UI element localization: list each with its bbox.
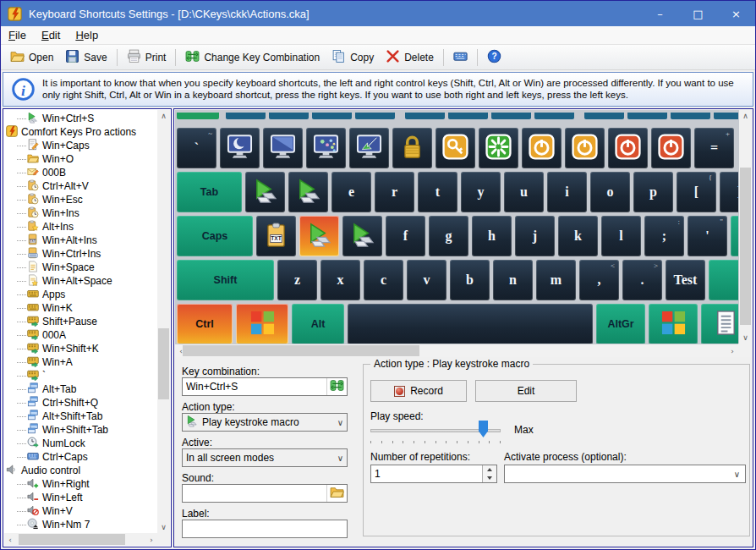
tree-horizontal-scrollbar[interactable]: ‹ › [4,533,157,546]
change-key-combination-button[interactable]: Change Key Combination [179,47,326,69]
key-c[interactable]: c [364,260,403,300]
key-][interactable]: ]} [720,172,738,212]
tree-item-win-left[interactable]: Win+Left [4,491,157,504]
scrollbar-thumb[interactable] [19,534,125,545]
key-clipboard-txt[interactable]: TXT [256,216,296,256]
key-z[interactable]: z [277,260,317,300]
key-blank[interactable] [731,216,738,256]
tree-item-numlock[interactable]: NumLock [4,437,157,450]
key-btn-key[interactable] [436,128,475,168]
key-`[interactable]: `~ [177,128,216,168]
tree-item--[interactable]: ` [4,369,157,382]
tree-item-ctrl-alt-v[interactable]: Ctrl+Alt+V [4,179,157,193]
tree-item-comfort-keys-pro-actions[interactable]: Comfort Keys Pro actions [4,125,157,139]
tree-item-win-shift-tab[interactable]: Win+Shift+Tab [4,423,157,437]
copy-button[interactable]: Copy [326,47,380,69]
tree-item-win-o[interactable]: Win+O [4,152,157,166]
key-k[interactable]: k [558,216,598,256]
key-macro-key[interactable] [342,216,382,256]
tree-item-apps[interactable]: Apps [4,288,157,301]
key-menu-doc[interactable] [701,304,738,344]
key-AltGr[interactable]: AltGr [596,304,645,344]
key-monitor-blue[interactable] [263,128,303,168]
key-win-logo[interactable] [236,304,288,344]
key-g[interactable]: g [429,216,468,256]
menu-help[interactable]: Help [68,26,106,45]
tree-item-win-alt-space[interactable]: Win+Alt+Space [4,274,157,288]
key-t[interactable]: t [418,172,457,212]
scroll-right-arrow[interactable]: › [726,344,738,357]
minimize-button[interactable]: – [641,1,679,26]
edit-button[interactable]: Edit [475,380,577,402]
key-i[interactable]: i [547,172,587,212]
tree-item-alt-ins[interactable]: Alt+Ins [4,220,157,234]
tree-item-win-space[interactable]: Win+Space [4,261,157,274]
key-btn-power-gold[interactable] [522,128,562,168]
print-button[interactable]: Print [121,47,173,69]
key-j[interactable]: j [515,216,555,256]
key-o[interactable]: o [590,172,630,212]
tree-item-ctrl-caps[interactable]: Ctrl+Caps [4,450,157,464]
key-monitor-arrow[interactable] [349,128,389,168]
key-padlock[interactable] [392,128,432,168]
spin-up-button[interactable] [483,465,496,474]
change-key-combination-button[interactable] [326,378,347,395]
key-macro-key[interactable] [288,172,328,212]
menu-file[interactable]: File [1,26,34,45]
tree-item-win-ins[interactable]: Win+Ins [4,206,157,220]
key-Caps[interactable]: Caps [177,216,253,256]
active-select[interactable]: In all screen modes ∨ [182,448,348,467]
key-Ctrl[interactable]: Ctrl [177,304,233,344]
tree-item-000b[interactable]: 000B [4,166,157,179]
keyboard-horizontal-scrollbar[interactable]: ‹ › [175,344,738,357]
tree-item-win-nm-7[interactable]: Win+Nm 7 [4,518,157,531]
key-Alt[interactable]: Alt [292,304,344,344]
key-u[interactable]: u [504,172,544,212]
delete-button[interactable]: Delete [380,47,440,69]
key-m[interactable]: m [536,260,576,300]
label-input[interactable] [183,520,347,537]
sound-input[interactable] [183,485,326,502]
scroll-up-arrow[interactable]: ∧ [157,110,170,122]
scrollbar-thumb[interactable] [158,328,169,399]
key-btn-restart[interactable] [479,128,518,168]
tree-item-win-right[interactable]: Win+Right [4,477,157,491]
scroll-down-arrow[interactable]: ∨ [739,332,752,344]
scroll-up-arrow[interactable]: ∧ [739,110,752,122]
key-b[interactable]: b [450,260,490,300]
key-macro-key[interactable] [245,172,285,212]
key-macro-key[interactable] [299,216,339,256]
tree-vertical-scrollbar[interactable]: ∧ ∨ [157,110,170,533]
help-button[interactable]: ? [481,47,507,69]
key-e[interactable]: e [331,172,371,212]
scroll-down-arrow[interactable]: ∨ [157,521,170,533]
scrollbar-thumb[interactable] [740,168,751,325]
key-y[interactable]: y [461,172,501,212]
tree-item-win-caps[interactable]: Win+Caps [4,139,157,152]
play-speed-slider-thumb[interactable] [479,421,488,437]
tree-item-win-v[interactable]: Win+V [4,504,157,518]
activate-process-combo[interactable]: ∨ [504,465,746,483]
key-[[interactable]: [{ [677,172,716,212]
record-button[interactable]: Record [370,380,467,402]
key-=[interactable]: =+ [694,128,734,168]
tree-item-shift-pause[interactable]: Shift+Pause [4,315,157,328]
key-btn-power-red[interactable] [651,128,691,168]
key-r[interactable]: r [375,172,414,212]
tree-item-win-ctrl-ins[interactable]: Win+Ctrl+Ins [4,247,157,261]
maximize-button[interactable]: □ [679,1,717,26]
tree-item-000a[interactable]: 000A [4,328,157,342]
key-n[interactable]: n [493,260,533,300]
tree-item-alt-shift-tab[interactable]: Alt+Shift+Tab [4,410,157,423]
tree-item-audio-control[interactable]: Audio control [4,464,157,477]
save-button[interactable]: Save [59,47,112,69]
key-;[interactable]: ;: [644,216,684,256]
tree-item-win-ctrl-s[interactable]: Win+Ctrl+S [4,112,157,125]
tree-item-win-shift-k[interactable]: Win+Shift+K [4,342,157,355]
keyboard-vertical-scrollbar[interactable]: ∧ ∨ [739,110,752,344]
key-p[interactable]: p [633,172,673,212]
key-f[interactable]: f [386,216,425,256]
key-Tab[interactable]: Tab [177,172,242,212]
key-x[interactable]: x [320,260,360,300]
action-type-select[interactable]: Play keystroke macro ∨ [182,413,348,432]
